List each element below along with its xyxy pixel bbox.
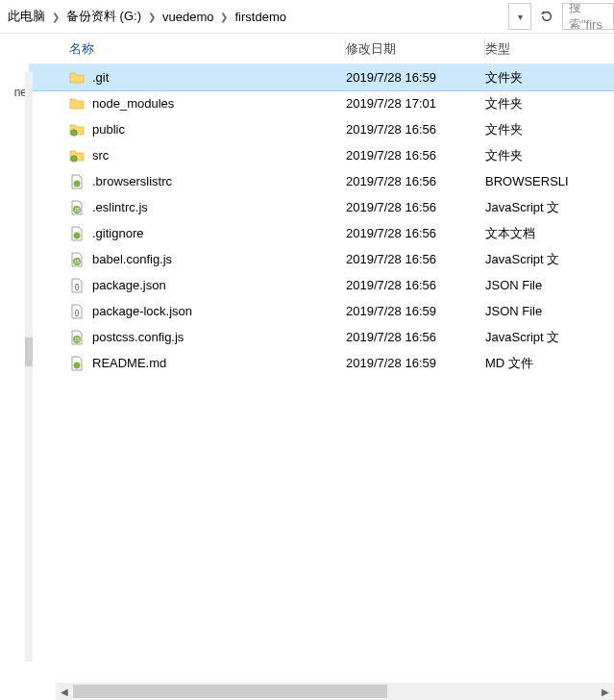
scroll-thumb[interactable] bbox=[73, 685, 387, 698]
file-icon: {} bbox=[69, 304, 85, 319]
file-icon bbox=[69, 226, 85, 241]
search-placeholder: 搜索"firs bbox=[569, 3, 613, 30]
file-date: 2019/7/28 16:56 bbox=[346, 226, 485, 240]
file-type: BROWSERSLI bbox=[485, 174, 614, 188]
file-type: 文件夹 bbox=[485, 147, 614, 164]
column-header-name[interactable]: 名称 bbox=[29, 34, 346, 63]
file-date: 2019/7/28 16:59 bbox=[346, 356, 485, 370]
scroll-left-button[interactable]: ◀ bbox=[56, 683, 73, 700]
file-date: 2019/7/28 16:56 bbox=[346, 200, 485, 214]
file-type: 文本文档 bbox=[485, 225, 614, 242]
file-icon bbox=[69, 70, 85, 86]
file-icon bbox=[69, 356, 85, 371]
svg-point-5 bbox=[74, 232, 81, 238]
file-row[interactable]: .git2019/7/28 16:59文件夹 bbox=[29, 64, 614, 90]
svg-point-2 bbox=[74, 180, 81, 187]
svg-point-0 bbox=[71, 129, 77, 135]
chevron-down-icon: ▾ bbox=[518, 12, 523, 22]
horizontal-scrollbar[interactable]: ◀ ▶ bbox=[56, 683, 614, 700]
file-type: JavaScript 文 bbox=[485, 199, 614, 216]
content-area: ne 名称 修改日期 类型 .git2019/7/28 16:59文件夹node… bbox=[0, 34, 614, 681]
file-icon bbox=[69, 148, 85, 163]
svg-text:{}: {} bbox=[75, 309, 80, 316]
breadcrumb-item[interactable]: 备份资料 (G:) bbox=[64, 6, 143, 27]
file-row[interactable]: node_modules2019/7/28 17:01文件夹 bbox=[29, 90, 614, 116]
file-date: 2019/7/28 16:56 bbox=[346, 278, 485, 292]
file-icon bbox=[69, 96, 85, 112]
file-row[interactable]: .gitignore2019/7/28 16:56文本文档 bbox=[29, 220, 614, 246]
svg-text:{}: {} bbox=[75, 283, 80, 290]
svg-point-1 bbox=[71, 155, 77, 161]
file-row[interactable]: README.md2019/7/28 16:59MD 文件 bbox=[29, 350, 614, 376]
scroll-right-button[interactable]: ▶ bbox=[597, 683, 614, 700]
column-headers: 名称 修改日期 类型 bbox=[29, 34, 614, 64]
file-row[interactable]: JSbabel.config.js2019/7/28 16:56JavaScri… bbox=[29, 246, 614, 272]
file-name: public bbox=[92, 122, 125, 137]
file-name: .git bbox=[92, 70, 109, 85]
file-name: src bbox=[92, 148, 109, 162]
file-type: 文件夹 bbox=[485, 69, 614, 87]
file-icon bbox=[69, 174, 85, 189]
file-list: .git2019/7/28 16:59文件夹node_modules2019/7… bbox=[29, 64, 614, 681]
toolbar: 此电脑 ❯ 备份资料 (G:) ❯ vuedemo ❯ firstdemo ▾ … bbox=[0, 0, 614, 34]
breadcrumb-item[interactable]: vuedemo bbox=[160, 8, 215, 26]
nav-scrollbar-thumb[interactable] bbox=[25, 338, 33, 366]
file-name: .browserslistrc bbox=[92, 174, 172, 188]
file-type: 文件夹 bbox=[485, 95, 614, 112]
file-name: babel.config.js bbox=[92, 252, 172, 266]
chevron-right-icon[interactable]: ❯ bbox=[51, 12, 61, 22]
file-row[interactable]: .browserslistrc2019/7/28 16:56BROWSERSLI bbox=[29, 168, 614, 194]
file-icon: JS bbox=[69, 330, 85, 345]
file-icon: {} bbox=[69, 278, 85, 293]
file-type: 文件夹 bbox=[485, 121, 614, 138]
scroll-track[interactable] bbox=[73, 683, 597, 700]
nav-pane-strip: ne bbox=[0, 34, 29, 681]
svg-text:JS: JS bbox=[74, 259, 81, 264]
file-row[interactable]: JSpostcss.config.js2019/7/28 16:56JavaSc… bbox=[29, 324, 614, 350]
file-date: 2019/7/28 16:56 bbox=[346, 148, 485, 162]
search-input[interactable]: 搜索"firs bbox=[562, 3, 614, 30]
refresh-icon bbox=[540, 10, 553, 23]
file-name: .gitignore bbox=[92, 226, 143, 240]
file-icon: JS bbox=[69, 200, 85, 215]
nav-scrollbar[interactable] bbox=[25, 72, 33, 662]
column-header-type[interactable]: 类型 bbox=[485, 34, 614, 63]
chevron-right-icon[interactable]: ❯ bbox=[147, 12, 157, 22]
file-date: 2019/7/28 16:56 bbox=[346, 122, 485, 137]
file-date: 2019/7/28 16:59 bbox=[346, 70, 485, 85]
breadcrumb-item[interactable]: 此电脑 bbox=[6, 6, 47, 27]
file-icon bbox=[69, 122, 85, 138]
file-type: JavaScript 文 bbox=[485, 329, 614, 346]
svg-text:JS: JS bbox=[74, 207, 81, 212]
breadcrumb: 此电脑 ❯ 备份资料 (G:) ❯ vuedemo ❯ firstdemo bbox=[0, 6, 508, 27]
file-name: node_modules bbox=[92, 96, 174, 111]
file-name: .eslintrc.js bbox=[92, 200, 148, 214]
file-name: postcss.config.js bbox=[92, 330, 184, 344]
file-type: JSON File bbox=[485, 304, 614, 318]
file-date: 2019/7/28 17:01 bbox=[346, 96, 485, 111]
file-row[interactable]: public2019/7/28 16:56文件夹 bbox=[29, 116, 614, 142]
file-name: package.json bbox=[92, 278, 166, 292]
file-date: 2019/7/28 16:56 bbox=[346, 330, 485, 344]
svg-text:JS: JS bbox=[74, 337, 81, 342]
file-type: MD 文件 bbox=[485, 355, 614, 372]
svg-point-12 bbox=[74, 362, 81, 368]
file-date: 2019/7/28 16:56 bbox=[346, 252, 485, 266]
file-type: JavaScript 文 bbox=[485, 251, 614, 268]
file-icon: JS bbox=[69, 252, 85, 267]
column-header-date[interactable]: 修改日期 bbox=[346, 34, 485, 63]
refresh-button[interactable] bbox=[533, 3, 560, 30]
file-type: JSON File bbox=[485, 278, 614, 292]
file-row[interactable]: {}package.json2019/7/28 16:56JSON File bbox=[29, 272, 614, 298]
file-row[interactable]: src2019/7/28 16:56文件夹 bbox=[29, 142, 614, 168]
file-pane: 名称 修改日期 类型 .git2019/7/28 16:59文件夹node_mo… bbox=[29, 34, 614, 681]
file-row[interactable]: JS.eslintrc.js2019/7/28 16:56JavaScript … bbox=[29, 194, 614, 220]
file-row[interactable]: {}package-lock.json2019/7/28 16:59JSON F… bbox=[29, 298, 614, 324]
file-date: 2019/7/28 16:59 bbox=[346, 304, 485, 318]
file-name: README.md bbox=[92, 356, 166, 370]
file-name: package-lock.json bbox=[92, 304, 192, 318]
breadcrumb-item[interactable]: firstdemo bbox=[233, 8, 287, 26]
chevron-right-icon[interactable]: ❯ bbox=[219, 12, 229, 22]
breadcrumb-dropdown-button[interactable]: ▾ bbox=[508, 3, 531, 30]
file-date: 2019/7/28 16:56 bbox=[346, 174, 485, 188]
